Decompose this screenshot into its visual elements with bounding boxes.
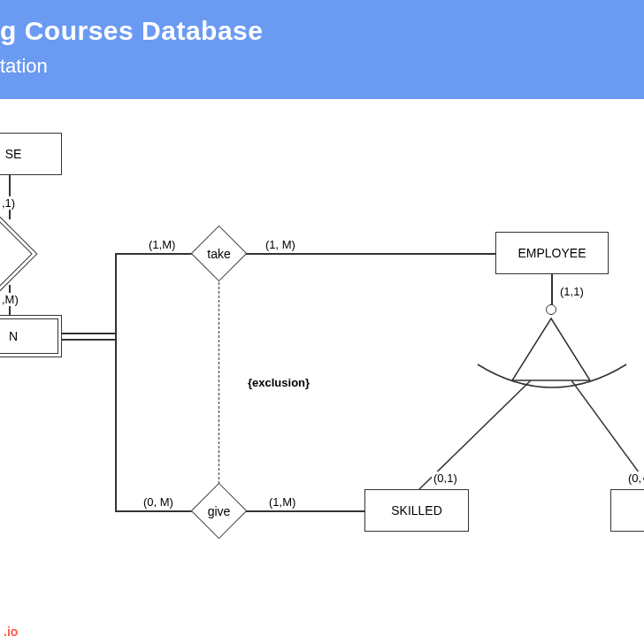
relationship-give: give	[191, 483, 248, 540]
connector	[551, 274, 553, 306]
connector	[115, 510, 193, 512]
relationship-give-label: give	[208, 504, 231, 518]
relationship-take-label: take	[207, 247, 230, 261]
entity-session-label: N	[9, 329, 18, 343]
relationship-uses	[0, 217, 37, 292]
connector	[115, 334, 117, 510]
cardinality-emp-spec: (1,1)	[558, 285, 586, 298]
connector-triangle-unskilled	[571, 380, 644, 513]
header-banner: g Courses Database tation	[0, 0, 644, 99]
page-subtitle: tation	[0, 55, 623, 78]
cardinality-skilled: (0,1)	[432, 472, 459, 485]
exclusion-link	[218, 282, 219, 484]
page-title: g Courses Database	[0, 16, 623, 46]
entity-employee-label: EMPLOYEE	[518, 246, 586, 260]
cardinality-give-right: (1,M)	[267, 495, 297, 509]
entity-course: SE	[0, 133, 62, 175]
cardinality-unskilled: (0,	[626, 472, 643, 485]
relationship-take: take	[191, 226, 248, 282]
entity-skilled-label: SKILLED	[391, 503, 442, 518]
connector	[115, 253, 117, 339]
connector	[62, 339, 115, 341]
exclusion-label: {exclusion}	[246, 374, 311, 391]
entity-employee: EMPLOYEE	[495, 232, 609, 274]
diagram-canvas: SE N ,1) ,M) take (1,M) (1, M) EMPLOYEE …	[0, 99, 644, 639]
footer-brand: .io	[4, 625, 18, 639]
specialization-circle	[546, 304, 556, 315]
entity-skilled: SKILLED	[364, 489, 469, 532]
connector	[115, 253, 193, 255]
connector	[246, 510, 364, 512]
connector	[246, 253, 495, 255]
entity-session: N	[0, 315, 62, 357]
cardinality-give-left: (0, M)	[142, 495, 175, 509]
connector	[62, 333, 115, 334]
entity-course-label: SE	[5, 147, 22, 161]
cardinality-uses-top: ,1)	[0, 196, 17, 210]
cardinality-take-right: (1, M)	[264, 238, 297, 251]
cardinality-take-left: (1,M)	[147, 238, 177, 251]
cardinality-uses-bottom: ,M)	[0, 293, 20, 306]
